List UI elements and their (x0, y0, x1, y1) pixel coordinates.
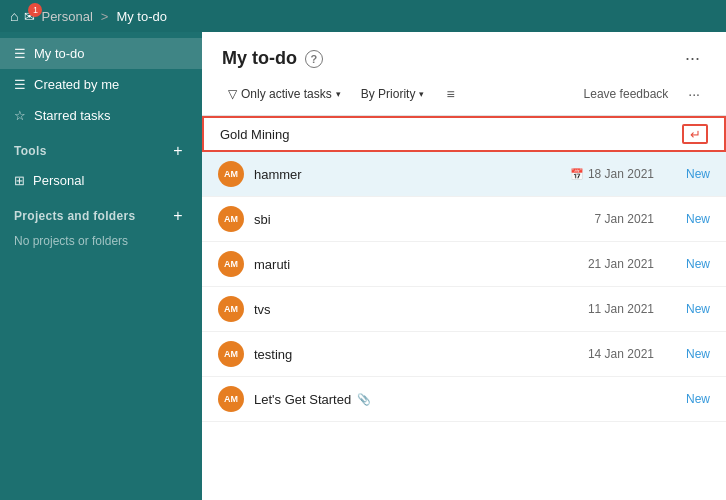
top-bar: ⌂ ✉ 1 Personal > My to-do (0, 0, 726, 32)
task-row[interactable]: AMhammer📅18 Jan 2021New (202, 152, 726, 197)
task-group-name: Gold Mining (220, 127, 682, 142)
task-status: New (670, 212, 710, 226)
sidebar-item-starred-tasks[interactable]: ☆ Starred tasks (0, 100, 202, 131)
task-row[interactable]: AMtvs11 Jan 2021New (202, 287, 726, 332)
avatar: AM (218, 386, 244, 412)
task-row[interactable]: AMsbi7 Jan 2021New (202, 197, 726, 242)
mail-badge: 1 (28, 3, 42, 17)
sort-label: By Priority (361, 87, 416, 101)
task-date: 14 Jan 2021 (588, 347, 654, 361)
avatar: AM (218, 206, 244, 232)
task-date: 7 Jan 2021 (595, 212, 654, 226)
list-icon: ☰ (14, 46, 26, 61)
clip-icon: 📎 (357, 393, 371, 406)
mail-icon-wrapper[interactable]: ✉ 1 (24, 9, 35, 24)
sidebar-item-personal[interactable]: ⊞ Personal (0, 165, 202, 196)
help-icon[interactable]: ? (305, 50, 323, 68)
task-name: sbi (254, 212, 595, 227)
calendar-icon: 📅 (570, 168, 584, 181)
avatar: AM (218, 341, 244, 367)
task-date: 11 Jan 2021 (588, 302, 654, 316)
breadcrumb-separator: > (101, 9, 109, 24)
task-group-header[interactable]: Gold Mining ↵ (202, 116, 726, 152)
task-date: 📅18 Jan 2021 (570, 167, 654, 181)
grid-icon: ⊞ (14, 173, 25, 188)
avatar: AM (218, 296, 244, 322)
list2-icon: ☰ (14, 77, 26, 92)
main-layout: ☰ My to-do ☰ Created by me ☆ Starred tas… (0, 32, 726, 500)
task-status: New (670, 302, 710, 316)
task-status: New (670, 257, 710, 271)
tools-add-button[interactable]: + (168, 141, 188, 161)
task-list-container: AMhammer📅18 Jan 2021NewAMsbi7 Jan 2021Ne… (202, 152, 726, 422)
task-group-enter-button[interactable]: ↵ (682, 124, 708, 144)
task-row[interactable]: AMmaruti21 Jan 2021New (202, 242, 726, 287)
sidebar-item-created-by-me-label: Created by me (34, 77, 119, 92)
task-status: New (670, 392, 710, 406)
projects-add-button[interactable]: + (168, 206, 188, 226)
content-header: My to-do ? ··· ▽ Only active tasks ▾ By … (202, 32, 726, 116)
projects-section-header: Projects and folders + (0, 196, 202, 230)
three-dots-button[interactable]: ··· (679, 46, 706, 71)
filter-button[interactable]: ▽ Only active tasks ▾ (222, 84, 347, 104)
avatar: AM (218, 161, 244, 187)
sidebar-item-starred-tasks-label: Starred tasks (34, 108, 111, 123)
content-area: My to-do ? ··· ▽ Only active tasks ▾ By … (202, 32, 726, 500)
page-title: My to-do (222, 48, 297, 69)
list-view-icon: ≡ (444, 84, 456, 104)
sidebar-item-mytodo[interactable]: ☰ My to-do (0, 38, 202, 69)
projects-label: Projects and folders (14, 209, 135, 223)
home-icon[interactable]: ⌂ (10, 8, 18, 24)
task-status: New (670, 167, 710, 181)
content-title-row: My to-do ? ··· (222, 46, 706, 71)
task-name: maruti (254, 257, 588, 272)
task-name: Let's Get Started📎 (254, 392, 654, 407)
toolbar-row: ▽ Only active tasks ▾ By Priority ▾ ≡ Le… (222, 81, 706, 115)
tools-section-header: Tools + (0, 131, 202, 165)
content-title: My to-do ? (222, 48, 323, 69)
sort-button[interactable]: By Priority ▾ (355, 84, 431, 104)
current-page-label: My to-do (116, 9, 167, 24)
task-name: testing (254, 347, 588, 362)
task-date: 21 Jan 2021 (588, 257, 654, 271)
filter-icon: ▽ (228, 87, 237, 101)
personal-breadcrumb[interactable]: Personal (41, 9, 92, 24)
filter-label: Only active tasks (241, 87, 332, 101)
no-projects-label: No projects or folders (0, 230, 202, 256)
task-row[interactable]: AMtesting14 Jan 2021New (202, 332, 726, 377)
task-name: tvs (254, 302, 588, 317)
sort-dropdown-arrow: ▾ (419, 89, 424, 99)
filter-dropdown-arrow: ▾ (336, 89, 341, 99)
list-view-button[interactable]: ≡ (438, 81, 462, 107)
tools-label: Tools (14, 144, 47, 158)
sidebar-item-personal-label: Personal (33, 173, 84, 188)
task-status: New (670, 347, 710, 361)
sidebar: ☰ My to-do ☰ Created by me ☆ Starred tas… (0, 32, 202, 500)
avatar: AM (218, 251, 244, 277)
toolbar-three-dots[interactable]: ··· (682, 84, 706, 104)
sidebar-item-mytodo-label: My to-do (34, 46, 85, 61)
task-name: hammer (254, 167, 570, 182)
task-list: Gold Mining ↵ AMhammer📅18 Jan 2021NewAMs… (202, 116, 726, 500)
leave-feedback-button[interactable]: Leave feedback (578, 84, 675, 104)
task-row[interactable]: AMLet's Get Started📎New (202, 377, 726, 422)
sidebar-item-created-by-me[interactable]: ☰ Created by me (0, 69, 202, 100)
star-icon: ☆ (14, 108, 26, 123)
